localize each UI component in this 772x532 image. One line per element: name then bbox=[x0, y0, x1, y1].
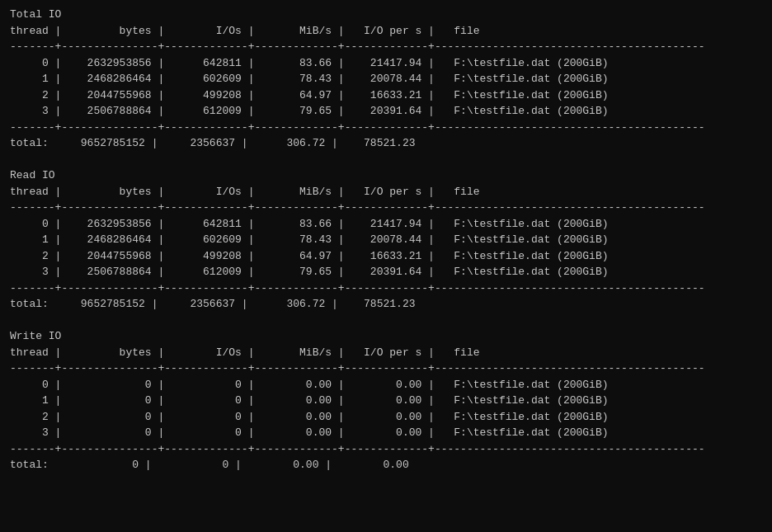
section-content-2: Write IO thread | bytes | I/Os | MiB/s |… bbox=[10, 328, 762, 489]
section-2: Write IO thread | bytes | I/Os | MiB/s |… bbox=[10, 328, 762, 489]
section-0: Total IO thread | bytes | I/Os | MiB/s |… bbox=[10, 7, 762, 167]
section-1: Read IO thread | bytes | I/Os | MiB/s | … bbox=[10, 167, 762, 328]
section-content-1: Read IO thread | bytes | I/Os | MiB/s | … bbox=[10, 167, 762, 328]
section-content-0: Total IO thread | bytes | I/Os | MiB/s |… bbox=[10, 7, 762, 167]
terminal-output: Total IO thread | bytes | I/Os | MiB/s |… bbox=[10, 7, 762, 489]
